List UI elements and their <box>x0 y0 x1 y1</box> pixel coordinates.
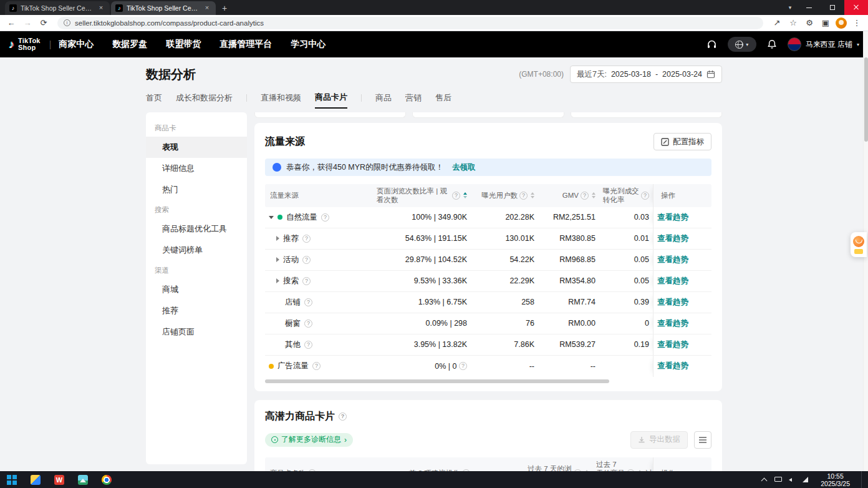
taskbar-clock[interactable]: 10:55 2025/3/25 <box>816 472 855 487</box>
browser-menu-icon[interactable]: ⋮ <box>851 17 863 29</box>
sort-icon[interactable] <box>531 192 534 198</box>
page-tab[interactable]: 售后 <box>435 92 451 108</box>
page-tab[interactable]: 营销 <box>405 92 422 108</box>
wps-app-icon[interactable] <box>47 471 71 488</box>
tray-display-icon[interactable] <box>774 476 782 484</box>
export-data-button[interactable]: 导出数据 <box>630 431 688 449</box>
chevron-down-icon: ▾ <box>857 42 859 47</box>
help-icon[interactable] <box>302 256 311 264</box>
language-selector[interactable]: ▾ <box>728 37 756 52</box>
column-header: 操作 <box>653 184 711 207</box>
help-icon[interactable] <box>321 213 329 222</box>
date-range-picker[interactable]: 最近7天: 2025-03-18 - 2025-03-24 <box>570 66 722 83</box>
page-tab[interactable]: 商品 <box>375 92 392 108</box>
account-menu[interactable]: 马来西亚 店铺 ▾ <box>788 37 859 51</box>
show-desktop-button[interactable] <box>861 471 864 488</box>
expand-chevron-icon[interactable] <box>269 216 274 219</box>
help-icon[interactable] <box>459 362 467 370</box>
expand-chevron-icon[interactable] <box>276 278 279 283</box>
tab-close-icon[interactable]: × <box>203 4 211 12</box>
help-icon[interactable] <box>641 192 649 200</box>
page-tab[interactable]: 成长和数据分析 <box>176 92 233 108</box>
sidebar-item[interactable]: 推荐 <box>146 300 247 321</box>
view-trend-link[interactable]: 查看趋势 <box>657 339 688 350</box>
extensions-icon[interactable]: ⚙ <box>803 17 816 29</box>
sort-icon[interactable] <box>592 192 596 198</box>
address-bar[interactable]: i seller.tiktokglobalshop.com/compass/pr… <box>57 17 763 29</box>
topnav-item[interactable]: 学习中心 <box>291 39 326 50</box>
new-tab-button[interactable]: + <box>217 1 232 15</box>
tiktok-shop-logo[interactable]: ♪ TikTok Shop <box>9 37 41 51</box>
help-icon[interactable] <box>452 192 460 200</box>
chrome-app-icon[interactable] <box>95 471 118 488</box>
column-label: 曝光到成交转化率 <box>603 187 639 205</box>
bookmark-star-icon[interactable]: ☆ <box>787 17 799 29</box>
view-trend-link[interactable]: 查看趋势 <box>657 297 688 308</box>
help-icon[interactable] <box>304 298 312 306</box>
app1-app-icon[interactable] <box>24 471 47 488</box>
tab-search-button[interactable]: ▾ <box>783 1 797 14</box>
window-close-button[interactable] <box>844 0 868 15</box>
page-tab[interactable]: 首页 <box>146 92 162 108</box>
configure-metrics-button[interactable]: 配置指标 <box>653 133 711 150</box>
help-icon[interactable] <box>519 192 528 200</box>
topnav-item[interactable]: 数据罗盘 <box>112 39 147 50</box>
help-icon[interactable] <box>302 277 311 285</box>
sidebar-item[interactable]: 商品标题优化工具 <box>146 218 247 240</box>
sort-icon[interactable] <box>463 192 467 198</box>
notifications-bell-icon[interactable] <box>766 39 778 50</box>
expand-chevron-icon[interactable] <box>276 257 279 262</box>
horizontal-scrollbar[interactable] <box>265 379 711 384</box>
tab-close-icon[interactable]: × <box>97 4 105 12</box>
page-body: 数据分析 (GMT+08:00) 最近7天: 2025-03-18 - 2025… <box>0 57 868 471</box>
sidebar-item[interactable]: 关键词榜单 <box>146 240 247 261</box>
photos-app-icon[interactable] <box>71 471 95 488</box>
headset-support-icon[interactable] <box>706 39 718 50</box>
help-icon[interactable] <box>339 412 347 421</box>
window-maximize-button[interactable] <box>821 0 844 15</box>
report-view-button[interactable] <box>694 431 711 449</box>
claim-coupon-link[interactable]: 去领取 <box>452 162 476 173</box>
tray-volume-icon[interactable] <box>788 476 796 484</box>
page-tab[interactable]: 商品卡片 <box>315 92 347 109</box>
topnav-item[interactable]: 联盟带货 <box>166 39 201 50</box>
start-button[interactable] <box>0 471 24 488</box>
sidebar-item[interactable]: 热门 <box>146 179 247 200</box>
tray-expand-icon[interactable] <box>761 476 768 484</box>
topnav-item[interactable]: 直播管理平台 <box>219 39 272 50</box>
conversion-rate-value: 0.19 <box>634 340 649 349</box>
share-icon[interactable]: ↗ <box>771 17 783 29</box>
view-trend-link[interactable]: 查看趋势 <box>657 276 688 286</box>
page-tab[interactable]: 直播和视频 <box>261 92 301 108</box>
help-icon[interactable] <box>312 362 321 370</box>
sidebar-item[interactable]: 详细信息 <box>146 158 247 179</box>
horizontal-scrollbar-thumb[interactable] <box>265 379 609 383</box>
reload-button[interactable]: ⟳ <box>37 17 50 29</box>
sidebar-item[interactable]: 店铺页面 <box>146 321 247 343</box>
window-minimize-button[interactable] <box>797 0 821 15</box>
forward-button[interactable]: → <box>21 17 34 29</box>
side-panel-icon[interactable]: ▣ <box>819 17 832 29</box>
view-trend-link[interactable]: 查看趋势 <box>657 233 688 244</box>
tray-network-icon[interactable] <box>802 476 809 484</box>
page-scrollbar-thumb[interactable] <box>864 57 868 142</box>
view-trend-link[interactable]: 查看趋势 <box>657 318 688 329</box>
help-icon[interactable] <box>304 341 312 349</box>
back-button[interactable]: ← <box>5 17 17 29</box>
site-info-icon[interactable]: i <box>64 19 70 26</box>
browser-tab[interactable]: ♪TikTok Shop Seller Center | Cr× <box>5 1 110 15</box>
help-icon[interactable] <box>581 192 589 200</box>
promo-float-widget[interactable] <box>851 232 867 257</box>
view-trend-link[interactable]: 查看趋势 <box>657 361 688 371</box>
help-icon[interactable] <box>304 320 312 328</box>
view-trend-link[interactable]: 查看趋势 <box>657 255 688 265</box>
sidebar-item[interactable]: 表现 <box>146 137 247 158</box>
expand-chevron-icon[interactable] <box>276 236 279 241</box>
help-icon[interactable] <box>302 235 311 243</box>
view-trend-link[interactable]: 查看趋势 <box>657 212 688 223</box>
sidebar-item[interactable]: 商城 <box>146 279 247 300</box>
browser-tab[interactable]: ♪TikTok Shop Seller Center | Cr× <box>111 1 216 15</box>
diagnosis-info-badge[interactable]: 了解更多诊断信息 › <box>265 433 353 447</box>
topnav-item[interactable]: 商家中心 <box>59 39 94 50</box>
browser-profile-avatar[interactable] <box>836 17 847 29</box>
